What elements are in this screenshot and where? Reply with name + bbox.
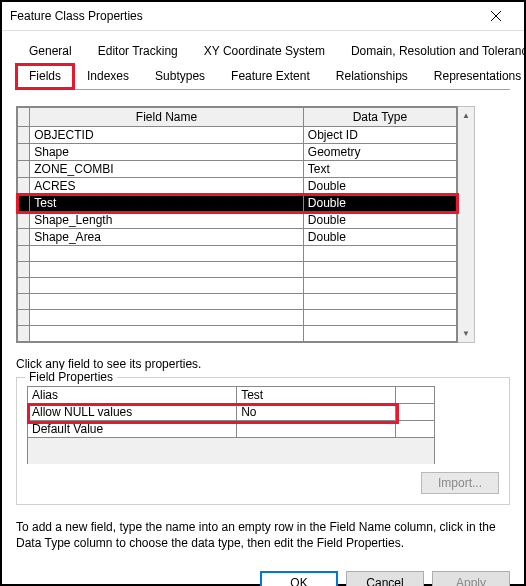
data-type-cell[interactable] bbox=[303, 246, 456, 262]
tab-xy-coordinate-system[interactable]: XY Coordinate System bbox=[191, 39, 338, 63]
cancel-button[interactable]: Cancel bbox=[346, 571, 424, 586]
field-properties-group: Field Properties AliasTestAllow NULL val… bbox=[16, 377, 510, 505]
help-text: To add a new field, type the name into a… bbox=[16, 519, 510, 551]
table-row[interactable] bbox=[18, 246, 457, 262]
data-type-cell[interactable]: Double bbox=[303, 178, 456, 195]
vertical-scrollbar[interactable]: ▲ ▼ bbox=[458, 106, 475, 343]
row-header[interactable] bbox=[18, 127, 30, 144]
import-button[interactable]: Import... bbox=[421, 472, 499, 494]
data-type-cell[interactable] bbox=[303, 262, 456, 278]
field-properties-legend: Field Properties bbox=[25, 370, 117, 384]
data-type-cell[interactable]: Double bbox=[303, 195, 456, 212]
prop-extra-cell bbox=[396, 421, 435, 438]
prop-name-cell[interactable]: Default Value bbox=[28, 421, 237, 438]
row-header[interactable] bbox=[18, 229, 30, 246]
table-row[interactable] bbox=[18, 326, 457, 342]
prop-row[interactable]: Allow NULL valuesNo bbox=[28, 404, 435, 421]
table-row[interactable] bbox=[18, 294, 457, 310]
table-row[interactable]: ACRESDouble bbox=[18, 178, 457, 195]
row-header[interactable] bbox=[18, 144, 30, 161]
row-header-blank bbox=[18, 108, 30, 127]
row-header[interactable] bbox=[18, 178, 30, 195]
field-name-cell[interactable]: Shape_Length bbox=[30, 212, 304, 229]
data-type-cell[interactable]: Object ID bbox=[303, 127, 456, 144]
field-name-cell[interactable] bbox=[30, 326, 304, 342]
data-type-cell[interactable] bbox=[303, 310, 456, 326]
col-header-field-name[interactable]: Field Name bbox=[30, 108, 304, 127]
fields-grid-wrap: Field Name Data Type OBJECTIDObject IDSh… bbox=[16, 106, 510, 343]
row-header[interactable] bbox=[18, 310, 30, 326]
table-row[interactable]: ZONE_COMBIText bbox=[18, 161, 457, 178]
data-type-cell[interactable] bbox=[303, 278, 456, 294]
prop-extra-cell bbox=[396, 404, 435, 421]
table-row[interactable]: Shape_AreaDouble bbox=[18, 229, 457, 246]
close-icon bbox=[491, 11, 501, 21]
field-name-cell[interactable]: Shape bbox=[30, 144, 304, 161]
tab-representations[interactable]: Representations bbox=[421, 64, 526, 89]
row-header[interactable] bbox=[18, 278, 30, 294]
data-type-cell[interactable] bbox=[303, 326, 456, 342]
hint-text: Click any field to see its properties. bbox=[16, 357, 510, 371]
table-row[interactable]: OBJECTIDObject ID bbox=[18, 127, 457, 144]
prop-extra-cell bbox=[396, 387, 435, 404]
scroll-down-arrow-icon[interactable]: ▼ bbox=[458, 325, 474, 342]
data-type-cell[interactable]: Double bbox=[303, 229, 456, 246]
field-properties-grid[interactable]: AliasTestAllow NULL valuesNoDefault Valu… bbox=[27, 386, 499, 464]
field-name-cell[interactable] bbox=[30, 262, 304, 278]
table-row[interactable] bbox=[18, 278, 457, 294]
tab-subtypes[interactable]: Subtypes bbox=[142, 64, 218, 89]
dialog-content: GeneralEditor TrackingXY Coordinate Syst… bbox=[2, 31, 524, 561]
field-name-cell[interactable]: OBJECTID bbox=[30, 127, 304, 144]
tab-indexes[interactable]: Indexes bbox=[74, 64, 142, 89]
prop-row[interactable]: AliasTest bbox=[28, 387, 435, 404]
prop-value-cell[interactable] bbox=[237, 421, 396, 438]
tab-domain-resolution-and-tolerance[interactable]: Domain, Resolution and Tolerance bbox=[338, 39, 526, 63]
field-name-cell[interactable] bbox=[30, 278, 304, 294]
prop-value-cell[interactable]: Test bbox=[237, 387, 396, 404]
tab-general[interactable]: General bbox=[16, 39, 85, 63]
data-type-cell[interactable]: Geometry bbox=[303, 144, 456, 161]
tab-relationships[interactable]: Relationships bbox=[323, 64, 421, 89]
field-name-cell[interactable] bbox=[30, 310, 304, 326]
row-header[interactable] bbox=[18, 195, 30, 212]
field-name-cell[interactable]: Test bbox=[30, 195, 304, 212]
prop-value-cell[interactable]: No bbox=[237, 404, 396, 421]
row-header[interactable] bbox=[18, 161, 30, 178]
table-row[interactable]: ShapeGeometry bbox=[18, 144, 457, 161]
col-header-data-type[interactable]: Data Type bbox=[303, 108, 456, 127]
tab-feature-extent[interactable]: Feature Extent bbox=[218, 64, 323, 89]
row-header[interactable] bbox=[18, 262, 30, 278]
prop-name-cell[interactable]: Allow NULL values bbox=[28, 404, 237, 421]
prop-name-cell[interactable]: Alias bbox=[28, 387, 237, 404]
data-type-cell[interactable] bbox=[303, 294, 456, 310]
table-row[interactable] bbox=[18, 310, 457, 326]
table-row[interactable] bbox=[18, 262, 457, 278]
dialog-window: Feature Class Properties GeneralEditor T… bbox=[0, 0, 526, 586]
tab-editor-tracking[interactable]: Editor Tracking bbox=[85, 39, 191, 63]
ok-button[interactable]: OK bbox=[260, 571, 338, 586]
row-header[interactable] bbox=[18, 212, 30, 229]
dialog-button-row: OK Cancel Apply bbox=[2, 561, 524, 586]
window-title: Feature Class Properties bbox=[10, 9, 476, 23]
titlebar: Feature Class Properties bbox=[2, 2, 524, 31]
close-button[interactable] bbox=[476, 2, 516, 30]
field-name-cell[interactable]: ZONE_COMBI bbox=[30, 161, 304, 178]
tab-strip: GeneralEditor TrackingXY Coordinate Syst… bbox=[16, 39, 510, 90]
data-type-cell[interactable]: Double bbox=[303, 212, 456, 229]
field-name-cell[interactable]: ACRES bbox=[30, 178, 304, 195]
scroll-up-arrow-icon[interactable]: ▲ bbox=[458, 107, 474, 124]
row-header[interactable] bbox=[18, 294, 30, 310]
row-header[interactable] bbox=[18, 326, 30, 342]
scroll-track[interactable] bbox=[458, 124, 474, 325]
row-header[interactable] bbox=[18, 246, 30, 262]
tab-fields[interactable]: Fields bbox=[16, 64, 74, 89]
field-name-cell[interactable] bbox=[30, 246, 304, 262]
data-type-cell[interactable]: Text bbox=[303, 161, 456, 178]
apply-button[interactable]: Apply bbox=[432, 571, 510, 586]
fields-grid[interactable]: Field Name Data Type OBJECTIDObject IDSh… bbox=[16, 106, 458, 343]
prop-row[interactable]: Default Value bbox=[28, 421, 435, 438]
table-row[interactable]: Shape_LengthDouble bbox=[18, 212, 457, 229]
field-name-cell[interactable]: Shape_Area bbox=[30, 229, 304, 246]
table-row[interactable]: TestDouble bbox=[18, 195, 457, 212]
field-name-cell[interactable] bbox=[30, 294, 304, 310]
